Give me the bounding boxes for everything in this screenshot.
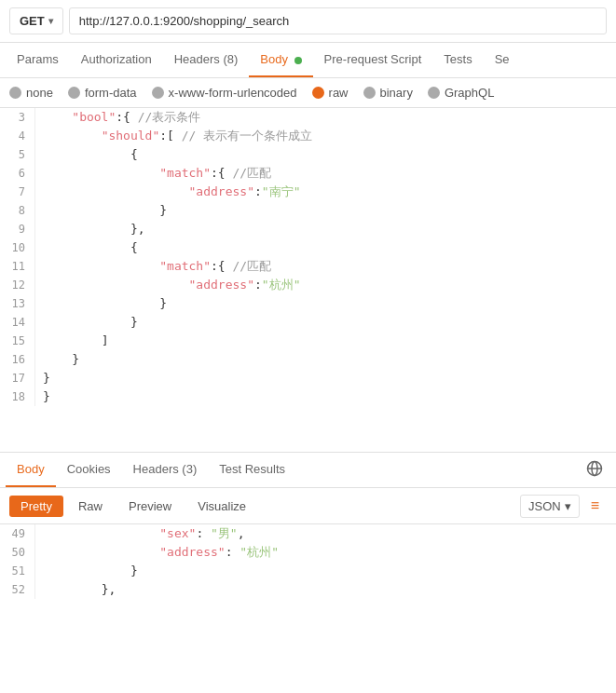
line-num-10: 10 (0, 238, 35, 257)
radio-graphql-label: GraphQL (445, 86, 494, 100)
line-num-11: 11 (0, 257, 35, 276)
resp-code-line-50: 50 "address": "杭州" (0, 543, 616, 562)
tab-resp-body[interactable]: Body (6, 453, 56, 487)
code-line-9: 9 }, (0, 220, 616, 238)
url-input[interactable] (69, 7, 607, 34)
resp-line-num-50: 50 (0, 543, 35, 562)
tab-preview[interactable]: Preview (117, 496, 183, 517)
code-line-3: 3 "bool":{ //表示条件 (0, 108, 616, 127)
code-line-12: 12 "address":"杭州" (0, 276, 616, 294)
line-num-8: 8 (0, 201, 35, 220)
code-editor[interactable]: 3 "bool":{ //表示条件 4 "should":[ // 表示有一个条… (0, 108, 616, 453)
line-num-7: 7 (0, 183, 35, 201)
json-format-select[interactable]: JSON ▾ (520, 495, 580, 518)
tab-resp-headers[interactable]: Headers (3) (122, 453, 209, 487)
radio-graphql-circle (428, 87, 440, 99)
code-line-8: 8 } (0, 201, 616, 220)
line-num-13: 13 (0, 294, 35, 313)
tab-resp-cookies[interactable]: Cookies (56, 453, 122, 487)
tab-pretty[interactable]: Pretty (9, 496, 63, 517)
code-line-15: 15 ] (0, 332, 616, 350)
globe-icon[interactable] (579, 453, 610, 487)
wrap-icon[interactable]: ≡ (583, 494, 607, 518)
resp-code-line-51: 51 } (0, 562, 616, 580)
radio-raw[interactable]: raw (312, 86, 349, 100)
line-num-12: 12 (0, 276, 35, 294)
code-line-4: 4 "should":[ // 表示有一个条件成立 (0, 127, 616, 145)
tab-resp-test-results[interactable]: Test Results (208, 453, 296, 487)
line-num-16: 16 (0, 350, 35, 369)
radio-binary-label: binary (380, 86, 413, 100)
line-num-4: 4 (0, 127, 35, 145)
radio-raw-label: raw (329, 86, 349, 100)
line-num-15: 15 (0, 332, 35, 350)
code-line-5: 5 { (0, 145, 616, 164)
radio-none-label: none (26, 86, 53, 100)
response-code-area: 49 "sex": "男", 50 "address": "杭州" 51 } 5… (0, 524, 616, 599)
code-line-11: 11 "match":{ //匹配 (0, 257, 616, 276)
radio-raw-circle (312, 87, 324, 99)
request-tabs: Params Authorization Headers (8) Body Pr… (0, 43, 616, 78)
radio-urlencoded-circle (152, 87, 164, 99)
tab-authorization[interactable]: Authorization (70, 43, 163, 77)
radio-binary[interactable]: binary (363, 86, 413, 100)
json-format-label: JSON (528, 499, 561, 513)
method-text: GET (20, 14, 45, 28)
code-line-7: 7 "address":"南宁" (0, 183, 616, 201)
line-num-9: 9 (0, 220, 35, 238)
tab-settings[interactable]: Se (484, 43, 521, 77)
tab-params[interactable]: Params (6, 43, 70, 77)
format-tabs: Pretty Raw Preview Visualize JSON ▾ ≡ (0, 488, 616, 524)
line-num-17: 17 (0, 369, 35, 387)
line-num-14: 14 (0, 313, 35, 332)
url-bar: GET ▾ (0, 0, 616, 43)
code-line-17: 17 } (0, 369, 616, 387)
code-line-18: 18 } (0, 387, 616, 406)
resp-line-num-49: 49 (0, 524, 35, 543)
tab-visualize[interactable]: Visualize (186, 496, 257, 517)
line-num-18: 18 (0, 387, 35, 406)
code-line-6: 6 "match":{ //匹配 (0, 164, 616, 183)
resp-line-num-51: 51 (0, 562, 35, 580)
tab-tests[interactable]: Tests (432, 43, 483, 77)
tab-raw[interactable]: Raw (67, 496, 114, 517)
radio-form-data-circle (68, 87, 80, 99)
radio-none[interactable]: none (9, 86, 53, 100)
tab-headers[interactable]: Headers (8) (163, 43, 250, 77)
radio-form-data-label: form-data (85, 86, 137, 100)
tab-body[interactable]: Body (249, 43, 312, 77)
json-chevron-icon: ▾ (565, 499, 571, 513)
radio-graphql[interactable]: GraphQL (428, 86, 494, 100)
code-line-16: 16 } (0, 350, 616, 369)
radio-form-data[interactable]: form-data (68, 86, 137, 100)
response-tabs-bar: Body Cookies Headers (3) Test Results (0, 453, 616, 488)
code-line-10: 10 { (0, 238, 616, 257)
radio-urlencoded-label: x-www-form-urlencoded (169, 86, 297, 100)
radio-none-circle (9, 87, 21, 99)
code-line-14: 14 } (0, 313, 616, 332)
radio-binary-circle (363, 87, 376, 99)
method-dropdown[interactable]: GET ▾ (9, 7, 63, 34)
line-num-5: 5 (0, 145, 35, 164)
tab-pre-request[interactable]: Pre-request Script (313, 43, 433, 77)
code-line-13: 13 } (0, 294, 616, 313)
body-options: none form-data x-www-form-urlencoded raw… (0, 78, 616, 108)
radio-urlencoded[interactable]: x-www-form-urlencoded (152, 86, 297, 100)
line-num-3: 3 (0, 108, 35, 127)
resp-line-num-52: 52 (0, 580, 35, 599)
resp-code-line-49: 49 "sex": "男", (0, 524, 616, 543)
line-num-6: 6 (0, 164, 35, 183)
resp-code-line-52: 52 }, (0, 580, 616, 599)
chevron-down-icon: ▾ (48, 16, 53, 26)
